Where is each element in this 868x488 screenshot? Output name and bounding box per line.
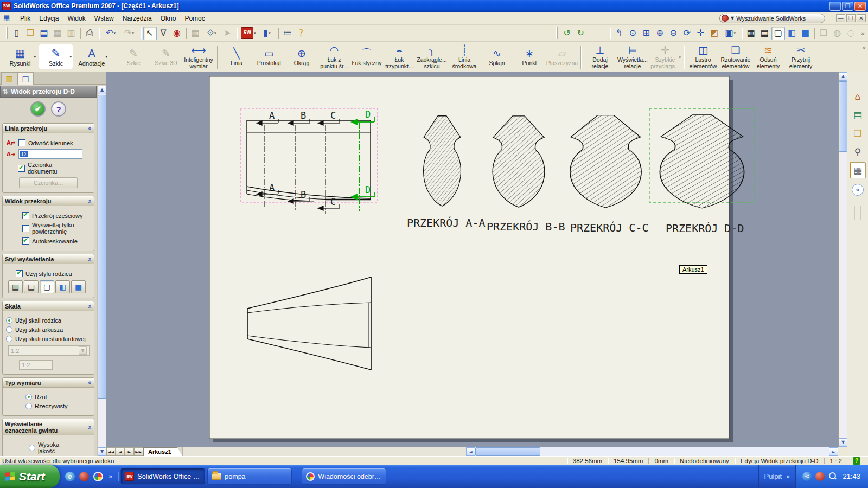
tab-szkic[interactable]: ✎Szkic▾ <box>39 44 73 69</box>
hidden-lines-visible-button[interactable]: ▤ <box>758 27 771 40</box>
invert-direction-checkbox[interactable] <box>18 139 25 146</box>
toolbar-grip[interactable] <box>556 27 558 39</box>
shaded-with-edges-style-button[interactable]: ◧ <box>55 280 70 293</box>
menu-wstaw[interactable]: Wstaw <box>90 13 118 24</box>
options-button[interactable]: ≔ <box>281 27 295 40</box>
group-display-style-header[interactable]: Styl wyświetlania » <box>3 254 94 264</box>
scale-select[interactable]: 1:2 ▼ <box>8 345 90 356</box>
custom-scale-radio[interactable] <box>6 336 12 342</box>
sketch-snaps-button[interactable]: ⟐▾ <box>202 27 221 40</box>
restore-button[interactable]: ❐ <box>842 2 853 11</box>
help-button[interactable]: ? <box>295 27 308 40</box>
command-manager-overflow-chevron[interactable]: » <box>862 44 866 51</box>
wireframe-style-button[interactable]: ▦ <box>8 280 23 293</box>
print-button[interactable]: ⎙ <box>83 27 97 40</box>
cartoon-button[interactable]: ◌ <box>844 27 858 40</box>
horizontal-scroll-thumb[interactable] <box>475 447 540 456</box>
tray-language-icon[interactable]: < <box>802 472 812 481</box>
scroll-up-icon[interactable]: ▲ <box>839 72 847 81</box>
browser-icon[interactable] <box>93 472 103 481</box>
toolbar-grip[interactable] <box>6 27 8 39</box>
parent-scale-radio[interactable] <box>6 317 12 324</box>
quick-launch-overflow-chevron[interactable]: » <box>108 473 112 480</box>
next-sheet-button[interactable]: ► <box>125 447 134 456</box>
make-assembly-button[interactable]: ▥ <box>65 27 78 40</box>
toolbar-overflow-chevron[interactable]: » <box>861 30 865 37</box>
view-orientation-button[interactable]: ▣▾ <box>721 27 739 40</box>
taskbar-item-wiadomosci[interactable]: Wiadomości odebran... <box>302 468 386 485</box>
open-button[interactable]: ❒ <box>24 27 37 40</box>
tray-magnifier-icon[interactable] <box>828 472 837 480</box>
section-view-aa[interactable] <box>424 116 461 206</box>
collapse-task-pane-button[interactable]: « <box>852 184 864 196</box>
first-sheet-button[interactable]: ◄◄ <box>106 447 116 456</box>
collapse-chevron-icon[interactable]: » <box>86 304 93 309</box>
undo-button[interactable]: ↶▾ <box>101 27 120 40</box>
collapse-chevron-icon[interactable]: » <box>86 381 93 385</box>
linia-button[interactable]: ╲Linia <box>220 43 253 70</box>
close-button[interactable]: ✕ <box>854 2 866 11</box>
section-view-cc[interactable] <box>570 115 641 208</box>
collapse-chevron-icon[interactable]: » <box>86 199 93 203</box>
surface-only-checkbox[interactable] <box>22 225 29 232</box>
shaded-button[interactable]: ■ <box>799 27 812 40</box>
scroll-up-icon[interactable]: ▲ <box>98 86 106 94</box>
feature-manager-tab[interactable]: ▦ <box>1 72 17 85</box>
shadows-button[interactable]: ❏ <box>817 27 831 40</box>
scroll-down-icon[interactable]: ▼ <box>839 438 847 447</box>
minimize-button[interactable]: — <box>829 2 841 11</box>
odsun-elementy-button[interactable]: ≋Odsuńelementy <box>752 43 784 70</box>
redo-button[interactable]: ↷▾ <box>120 27 138 40</box>
menu-edycja[interactable]: Edycja <box>35 13 63 24</box>
menu-widok[interactable]: Widok <box>63 13 90 24</box>
wyswietl-relacje-button[interactable]: ⊨Wyświetla...relacje <box>616 43 649 70</box>
horizontal-scrollbar[interactable]: ◄ ► <box>466 447 838 456</box>
doc-minimize-button[interactable]: — <box>836 14 845 22</box>
zoom-selection-button[interactable]: ⊖ <box>667 27 680 40</box>
scroll-right-icon[interactable]: ► <box>829 447 838 456</box>
solidworks-office-button[interactable]: SW▾ <box>239 27 258 40</box>
doc-close-button[interactable]: ✕ <box>857 14 866 22</box>
start-button[interactable]: Start <box>0 465 60 488</box>
drawing-area[interactable]: A B C D A B C D PRZEKRÓJ A-A PRZEKRÓJ B-… <box>106 72 838 447</box>
zaokraglij-szkic-button[interactable]: ╮Zaokrągle...szkicu <box>416 43 448 70</box>
zoom-area-button[interactable]: ⊞ <box>640 27 653 40</box>
menu-plik[interactable]: Plik <box>16 13 35 24</box>
panel-scroll-thumb[interactable] <box>98 95 106 399</box>
przytnij-elementy-button[interactable]: ✂Przytnijelementy <box>784 43 817 70</box>
collapse-chevron-icon[interactable]: » <box>86 126 93 131</box>
tab-adnotacje[interactable]: AAdnotacje▾ <box>74 44 109 69</box>
search-dropdown-icon[interactable]: ▼ <box>731 16 734 21</box>
opera-icon[interactable] <box>79 472 89 481</box>
section-view-bb[interactable] <box>493 116 545 207</box>
design-library-icon[interactable]: ▤ <box>850 107 866 123</box>
section-view-dd[interactable] <box>660 115 744 208</box>
property-manager-tab[interactable]: ▤ <box>17 72 34 85</box>
scroll-down-icon[interactable]: ▼ <box>98 447 106 456</box>
scale-input[interactable]: 1:2 <box>19 360 53 370</box>
realview-button[interactable]: ◍ <box>831 27 844 40</box>
luk-z-punktu-button[interactable]: ◠Łuk zpunktu śr... <box>318 43 350 70</box>
make-drawing-button[interactable]: ▦ <box>51 27 65 40</box>
menu-okno[interactable]: Okno <box>156 13 181 24</box>
section-letter-input[interactable]: D <box>18 149 82 159</box>
menu-narzedzia[interactable]: Narzędzia <box>118 13 156 24</box>
panel-scrollbar[interactable]: ▲ ▼ <box>97 86 106 456</box>
inteligentny-wymiar-button[interactable]: ⟷Inteligentnywymiar <box>182 43 215 70</box>
rebuild-button[interactable]: ↻ <box>574 27 588 40</box>
previous-sheet-button[interactable]: ◄ <box>116 447 125 456</box>
menu-pomoc[interactable]: Pomoc <box>180 13 209 24</box>
solidworks-resources-icon[interactable]: ⌂ <box>850 88 866 105</box>
zoom-fit-button[interactable]: ⊙ <box>626 27 640 40</box>
drawing-sheet[interactable] <box>209 76 729 439</box>
document-font-checkbox[interactable] <box>18 165 25 172</box>
previous-view-button[interactable]: ↰ <box>612 27 626 40</box>
group-section-line-header[interactable]: Linia przekroju » <box>3 124 94 133</box>
rotate-view-button[interactable]: ⟳ <box>680 27 694 40</box>
help-button[interactable]: ? <box>51 101 66 117</box>
rzutowanie-elementow-button[interactable]: ❏Rzutowanieelementów <box>719 43 752 70</box>
vertical-scroll-thumb[interactable] <box>839 81 847 152</box>
shaded-style-button[interactable]: ■ <box>71 280 86 293</box>
luk-trzypunktowy-button[interactable]: ⌢Łuktrzypunkt... <box>383 43 416 70</box>
pan-button[interactable]: ✛ <box>694 27 707 40</box>
